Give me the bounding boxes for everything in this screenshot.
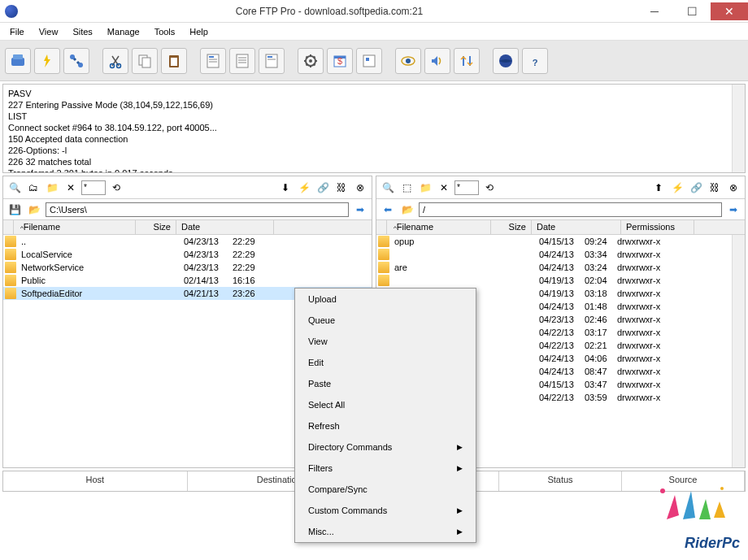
- new-folder-icon[interactable]: 📁: [417, 180, 433, 196]
- drive-icon[interactable]: 💾: [7, 202, 23, 218]
- queue-host-col[interactable]: Host: [3, 471, 188, 491]
- icon-col[interactable]: [3, 220, 14, 234]
- schedule-button[interactable]: $: [327, 48, 353, 74]
- ctx-select-all[interactable]: Select All: [295, 394, 476, 415]
- ctx-queue[interactable]: Queue: [295, 310, 476, 331]
- context-menu: Upload Queue View Edit Paste Select All …: [294, 288, 476, 543]
- svg-rect-1: [13, 54, 23, 59]
- up-icon[interactable]: 📂: [399, 202, 415, 218]
- ctx-upload[interactable]: Upload: [295, 289, 476, 310]
- local-path-input[interactable]: [46, 202, 349, 217]
- bolt-icon[interactable]: ⚡: [296, 180, 312, 196]
- tree-icon[interactable]: ⬚: [398, 180, 415, 196]
- menu-help[interactable]: Help: [183, 25, 215, 38]
- ctx-filters[interactable]: Filters▶: [295, 458, 476, 479]
- size-col[interactable]: Size: [491, 220, 532, 234]
- sound-button[interactable]: [424, 48, 450, 74]
- remote-path-input[interactable]: [419, 202, 722, 217]
- copy-button[interactable]: [132, 48, 158, 74]
- log-scrollbar[interactable]: [732, 85, 745, 172]
- paste-button[interactable]: [161, 48, 187, 74]
- file-name: Public: [18, 276, 140, 285]
- up-icon[interactable]: 📂: [26, 202, 42, 218]
- file-time: 02:46: [581, 315, 614, 324]
- svg-point-32: [660, 488, 665, 493]
- ctx-refresh[interactable]: Refresh: [295, 415, 476, 436]
- folder-icon: [378, 275, 389, 286]
- size-col[interactable]: Size: [136, 220, 176, 234]
- cut-button[interactable]: [102, 48, 128, 74]
- file-perms: drwxrwxr-x: [614, 354, 687, 363]
- queue-status-col[interactable]: Status: [499, 471, 622, 491]
- ctx-edit[interactable]: Edit: [295, 352, 476, 373]
- back-icon[interactable]: ⬅: [380, 202, 396, 218]
- menu-view[interactable]: View: [33, 25, 65, 38]
- filter-input[interactable]: [81, 180, 106, 195]
- filename-col[interactable]: ^Filename: [14, 220, 136, 234]
- file-row[interactable]: LocalService 04/23/13 22:29: [3, 248, 372, 261]
- ctx-directory-commands[interactable]: Directory Commands▶: [295, 436, 476, 458]
- ctx-misc[interactable]: Misc...▶: [295, 521, 476, 542]
- unlink-icon[interactable]: ⛓: [707, 180, 723, 196]
- template-button[interactable]: [356, 48, 382, 74]
- filter-input[interactable]: [454, 180, 479, 195]
- chevron-right-icon: ▶: [457, 443, 463, 451]
- minimize-button[interactable]: ─: [636, 2, 673, 20]
- tree-icon[interactable]: 🗂: [25, 180, 41, 196]
- bolt-icon[interactable]: ⚡: [669, 180, 685, 196]
- settings-button[interactable]: [298, 48, 324, 74]
- download-icon[interactable]: ⬇: [277, 180, 294, 196]
- menu-tools[interactable]: Tools: [148, 25, 182, 38]
- quick-connect-button[interactable]: [34, 48, 60, 74]
- go-icon[interactable]: ➡: [352, 202, 368, 218]
- date-col[interactable]: Date: [532, 220, 621, 234]
- file-time: 08:47: [581, 367, 614, 376]
- disconnect-button[interactable]: [63, 48, 89, 74]
- edit-button[interactable]: [200, 48, 226, 74]
- file-row[interactable]: opup 04/15/13 09:24 drwxrwxr-x: [376, 235, 745, 248]
- ctx-compare-sync[interactable]: Compare/Sync: [295, 479, 476, 500]
- perms-col[interactable]: Permissions: [621, 220, 694, 234]
- go-icon[interactable]: ➡: [725, 202, 741, 218]
- site-manager-button[interactable]: [5, 48, 31, 74]
- date-col[interactable]: Date: [176, 220, 274, 234]
- file-row[interactable]: NetworkService 04/23/13 22:29: [3, 261, 372, 274]
- view-button[interactable]: [229, 48, 255, 74]
- search-icon[interactable]: 🔍: [380, 180, 396, 196]
- file-row[interactable]: .. 04/23/13 22:29: [3, 235, 372, 248]
- delete-icon[interactable]: ✕: [436, 180, 452, 196]
- file-perms: drwxrwxr-x: [614, 328, 687, 337]
- delete-icon[interactable]: ✕: [63, 180, 79, 196]
- refresh-icon[interactable]: ⟲: [481, 180, 498, 196]
- edit-remote-button[interactable]: [259, 48, 285, 74]
- globe-button[interactable]: [493, 48, 519, 74]
- remote-scrollbar[interactable]: [732, 235, 745, 467]
- menu-sites[interactable]: Sites: [66, 25, 98, 38]
- ctx-paste[interactable]: Paste: [295, 373, 476, 394]
- maximize-button[interactable]: ☐: [673, 2, 711, 20]
- unlink-icon[interactable]: ⛓: [333, 180, 350, 196]
- new-folder-icon[interactable]: 📁: [44, 180, 60, 196]
- stop-icon[interactable]: ⊗: [725, 180, 741, 196]
- close-button[interactable]: ✕: [711, 2, 748, 20]
- ctx-custom-commands[interactable]: Custom Commands▶: [295, 500, 476, 521]
- file-row[interactable]: 04/24/13 03:34 drwxrwxr-x: [376, 248, 745, 261]
- filename-col[interactable]: ^Filename: [387, 220, 491, 234]
- stop-icon[interactable]: ⊗: [352, 180, 368, 196]
- file-row[interactable]: 04/19/13 02:04 drwxrwxr-x: [376, 274, 745, 287]
- refresh-icon[interactable]: ⟲: [108, 180, 124, 196]
- preview-button[interactable]: [395, 48, 421, 74]
- file-row[interactable]: Public 02/14/13 16:16: [3, 274, 372, 287]
- icon-col[interactable]: [376, 220, 387, 234]
- upload-icon[interactable]: ⬆: [650, 180, 667, 196]
- folder-icon: [378, 262, 389, 273]
- help-button[interactable]: ?: [522, 48, 548, 74]
- file-row[interactable]: are 04/24/13 03:24 drwxrwxr-x: [376, 261, 745, 274]
- link-icon[interactable]: 🔗: [315, 180, 331, 196]
- menu-manage[interactable]: Manage: [101, 25, 146, 38]
- menu-file[interactable]: File: [3, 25, 31, 38]
- search-icon[interactable]: 🔍: [7, 180, 23, 196]
- compare-button[interactable]: [454, 48, 480, 74]
- ctx-view[interactable]: View: [295, 331, 476, 352]
- link-icon[interactable]: 🔗: [688, 180, 704, 196]
